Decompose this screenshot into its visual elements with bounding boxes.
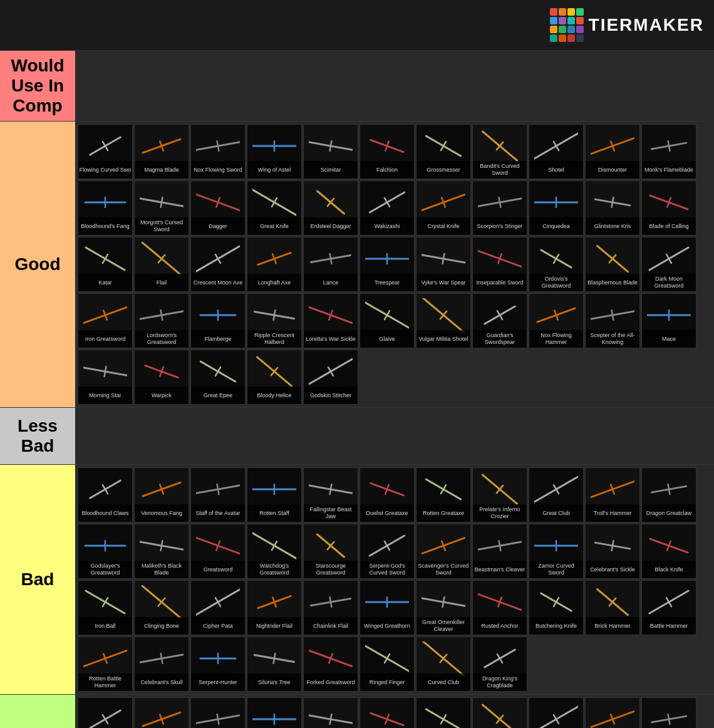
weapon-item[interactable]: Ruins Greatsword	[303, 697, 358, 728]
weapon-item[interactable]: Vyke's War Spear	[416, 237, 471, 292]
weapon-item[interactable]: Forked Greatsword	[303, 637, 358, 692]
weapon-item[interactable]: Iron Ball	[78, 580, 133, 635]
weapon-item[interactable]: Loretta's War Sickle	[303, 293, 358, 348]
weapon-item[interactable]: Crystal Knife	[416, 180, 471, 236]
weapon-item[interactable]: Troll's Hammer	[585, 467, 640, 523]
weapon-item[interactable]: Watchdog's Greatsword	[247, 524, 302, 579]
weapon-item[interactable]: Rotten Battle Hammer	[78, 637, 133, 692]
weapon-item[interactable]: Meteoric Ore Blade	[585, 697, 640, 728]
weapon-item[interactable]: Erdsteel Dagger	[303, 180, 358, 236]
weapon-item[interactable]: Starscourge Greatsword	[303, 524, 358, 579]
weapon-item[interactable]: Rotten Greataxe	[416, 467, 471, 523]
weapon-item[interactable]: Great Omenkiller Cleaver	[416, 580, 471, 635]
weapon-item[interactable]: Dragon Greatclaw	[641, 467, 696, 523]
weapon-item[interactable]: Butchering Knife	[529, 580, 584, 635]
weapon-item[interactable]: Cinquedea	[529, 180, 584, 236]
weapon-item[interactable]: Black Knife	[641, 524, 696, 579]
weapon-item[interactable]: Fallingstar Beast Jaw	[303, 467, 358, 523]
weapon-item[interactable]: Lance	[303, 237, 358, 292]
weapon-item[interactable]: Wakizashi	[360, 180, 415, 236]
weapon-item[interactable]: Beastman's Cleaver	[472, 524, 527, 579]
weapon-item[interactable]: Morgott's Cursed Sword	[134, 180, 189, 236]
weapon-item[interactable]: Curved Club	[416, 637, 471, 692]
weapon-item[interactable]: Winged Greathorn	[360, 580, 415, 635]
weapon-item[interactable]: Inseparable Sword	[472, 237, 527, 292]
weapon-item[interactable]: Cipher Pata	[190, 580, 246, 635]
weapon-item[interactable]: Scimitar	[303, 124, 358, 179]
weapon-item[interactable]: Celebrant's Sickle	[585, 524, 640, 579]
weapon-item[interactable]: Vulgar Militia Shotel	[416, 293, 471, 348]
weapon-item[interactable]: Uchigatana	[416, 697, 471, 728]
weapon-item[interactable]: Serpent-God's Curved Sword	[360, 524, 415, 579]
weapon-item[interactable]: Bloodhound Claws	[78, 467, 133, 523]
weapon-item[interactable]: Scavenger's Curved Sword	[416, 524, 471, 579]
weapon-item[interactable]: Shotel	[529, 124, 584, 179]
weapon-item[interactable]: Prelate's Inferno Crozier	[472, 467, 527, 523]
weapon-item[interactable]: Ringed Finger	[360, 637, 415, 692]
weapon-item[interactable]: Nox Flowing Hammer	[529, 293, 584, 348]
weapon-item[interactable]: Blasphemous Blade	[585, 237, 640, 292]
weapon-item[interactable]: Maliketh's Black Blade	[134, 524, 189, 579]
weapon-item[interactable]: Morning Star	[78, 350, 133, 405]
weapon-item[interactable]: Flamberge	[190, 293, 246, 348]
weapon-item[interactable]: Dragon King's Cragblade	[472, 637, 527, 692]
weapon-item[interactable]: Ripple Crescent Halberd	[247, 293, 302, 348]
weapon-item[interactable]: Venomous Fang	[134, 467, 189, 523]
weapon-item[interactable]: Zamor Curved Sword	[529, 524, 584, 579]
weapon-item[interactable]: Great Epee	[190, 350, 246, 405]
weapon-item[interactable]: Ghiza's Wheel	[134, 697, 189, 728]
weapon-item[interactable]: Monk's Flameblade	[641, 124, 696, 179]
weapon-item[interactable]: Magma Blade	[134, 124, 189, 179]
weapon-item[interactable]: Greatsword	[190, 524, 246, 579]
weapon-item[interactable]: Guardian's Swordspear	[472, 293, 527, 348]
weapon-item[interactable]: Bloody Helice	[247, 350, 302, 405]
weapon-item[interactable]: Rotten Staff	[247, 467, 302, 523]
weapon-item[interactable]: Envoy's Greathorn	[78, 697, 133, 728]
weapon-item[interactable]: Clinging Bone	[134, 580, 189, 635]
weapon-item[interactable]: Chainlink Flail	[303, 580, 358, 635]
weapon-item[interactable]: Lordsworn's Greatsword	[134, 293, 189, 348]
weapon-item[interactable]: Katar	[78, 237, 133, 292]
weapon-item[interactable]: Brick Hammer	[585, 580, 640, 635]
weapon-item[interactable]: Mace	[641, 293, 696, 348]
weapon-item[interactable]: Staff of the Avatar	[190, 467, 246, 523]
weapon-item[interactable]: Godslayer's Greatsword	[78, 524, 133, 579]
weapon-item[interactable]: Flail	[134, 237, 189, 292]
weapon-item[interactable]: Giant-Crusher	[190, 697, 246, 728]
weapon-item[interactable]: Serpentbone Blade	[472, 697, 527, 728]
weapon-item[interactable]: Falchion	[360, 124, 415, 179]
weapon-item[interactable]: Celebrant's Skull	[134, 637, 189, 692]
weapon-item[interactable]: Rivers of Blood	[641, 697, 696, 728]
weapon-item[interactable]: Iron Greatsword	[78, 293, 133, 348]
weapon-item[interactable]: Siluria's Tree	[247, 637, 302, 692]
weapon-item[interactable]: Godskin Stitcher	[303, 350, 358, 405]
weapon-item[interactable]: Flowing Curved Swo	[78, 124, 133, 179]
weapon-item[interactable]: Wing of Astel	[247, 124, 302, 179]
weapon-item[interactable]: Dark Moon Greatsword	[641, 237, 696, 292]
weapon-item[interactable]: Blade of Calling	[641, 180, 696, 236]
weapon-item[interactable]: Nox Flowing Sword	[190, 124, 246, 179]
weapon-item[interactable]: Grossmesser	[416, 124, 471, 179]
weapon-item[interactable]: Serpent-Hunter	[190, 637, 246, 692]
weapon-item[interactable]: Crescent Moon Axe	[190, 237, 246, 292]
weapon-item[interactable]: Bandit's Curved Sword	[472, 124, 527, 179]
weapon-item[interactable]: Scepter of the All-Knowing	[585, 293, 640, 348]
weapon-item[interactable]: Dismounter	[585, 124, 640, 179]
weapon-item[interactable]: Duelist Greataxe	[360, 467, 415, 523]
weapon-item[interactable]: Glintstone Kris	[585, 180, 640, 236]
weapon-item[interactable]: Magma Wyrm's Scalesword	[360, 697, 415, 728]
weapon-item[interactable]: Nagakiba	[529, 697, 584, 728]
weapon-item[interactable]: Dagger	[190, 180, 246, 236]
weapon-item[interactable]: Warpick	[134, 350, 189, 405]
weapon-item[interactable]: Battle Hammer	[641, 580, 696, 635]
weapon-item[interactable]: Nightrider Flail	[247, 580, 302, 635]
weapon-item[interactable]: Grafted Blade Greatsword	[247, 697, 302, 728]
weapon-item[interactable]: Scorpion's Stinger	[472, 180, 527, 236]
weapon-item[interactable]: Glaive	[360, 293, 415, 348]
weapon-item[interactable]: Treespear	[360, 237, 415, 292]
weapon-item[interactable]: Longhaft Axe	[247, 237, 302, 292]
weapon-item[interactable]: Great Club	[529, 467, 584, 523]
weapon-item[interactable]: Ordovis's Greatsword	[529, 237, 584, 292]
weapon-item[interactable]: Rusted Anchor	[472, 580, 527, 635]
weapon-item[interactable]: Great Knife	[247, 180, 302, 236]
